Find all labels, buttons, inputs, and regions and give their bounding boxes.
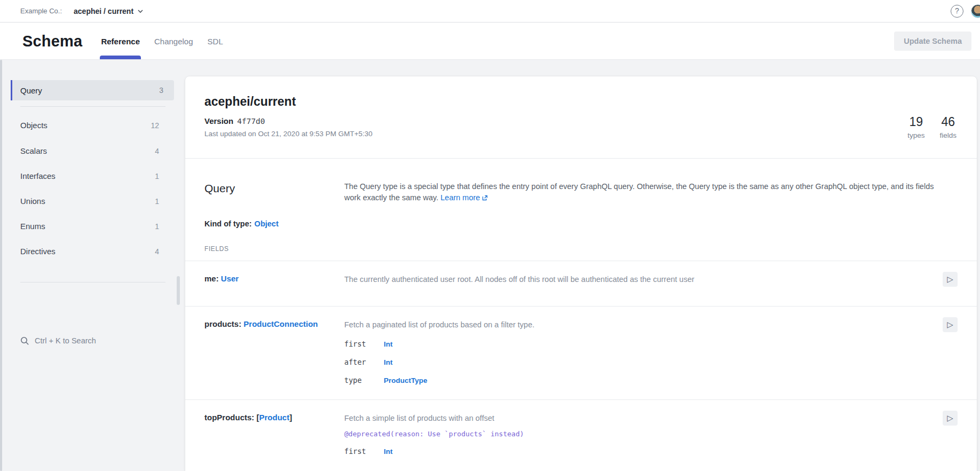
type-title: Query xyxy=(204,181,344,203)
run-query-button[interactable]: ▷ xyxy=(943,272,958,287)
arg-row: after Int xyxy=(344,357,921,367)
search-placeholder: Ctrl + K to Search xyxy=(35,336,96,345)
sidebar-item-label: Interfaces xyxy=(11,171,56,180)
sidebar-item-count: 12 xyxy=(151,121,174,130)
arg-row: first Int xyxy=(344,339,921,349)
topbar-right: ? xyxy=(951,4,980,18)
field-type-link[interactable]: ProductConnection xyxy=(243,319,318,328)
kind-of-type-link[interactable]: Object xyxy=(255,219,279,228)
arg-type-link[interactable]: Int xyxy=(384,358,393,366)
last-updated: Last updated on Oct 21, 2020 at 9:53 PM … xyxy=(204,130,958,138)
field-name: products: ProductConnection xyxy=(204,319,344,393)
graph-title: acephei/current xyxy=(204,95,958,109)
stat-fields-value: 46 xyxy=(939,115,957,129)
field-name: topProducts: [Product] xyxy=(204,413,344,464)
field-type-link[interactable]: Product xyxy=(259,413,290,422)
arg-row: first Int xyxy=(344,446,921,457)
sidebar-divider xyxy=(20,106,165,107)
sidebar-item-label: Unions xyxy=(11,197,45,206)
sidebar-item-count: 4 xyxy=(155,247,174,256)
arg-name: after xyxy=(344,358,374,366)
fields-heading: FIELDS xyxy=(185,228,977,253)
field-name: me: User xyxy=(204,274,344,287)
version-label: Version xyxy=(204,116,233,125)
learn-more-link[interactable]: Learn more xyxy=(440,193,480,202)
sidebar-item-interfaces[interactable]: Interfaces 1 xyxy=(11,163,174,189)
field-args: first Int after Int type ProductType xyxy=(344,339,921,386)
search-input[interactable]: Ctrl + K to Search xyxy=(11,333,174,348)
arg-row: type ProductType xyxy=(344,375,921,386)
avatar[interactable] xyxy=(971,4,980,18)
search-icon xyxy=(20,336,29,346)
page-title: Schema xyxy=(22,33,82,50)
field-actions: ▷ xyxy=(943,413,958,464)
version-value: 4f77d0 xyxy=(237,117,265,125)
arg-name: first xyxy=(344,340,374,348)
sidebar-item-count: 3 xyxy=(159,86,174,95)
tab-changelog[interactable]: Changelog xyxy=(154,23,194,59)
tabs: Reference Changelog SDL xyxy=(100,23,223,59)
type-description-text: The Query type is a special type that de… xyxy=(344,182,934,202)
field-type-link[interactable]: User xyxy=(221,274,239,283)
page-scrollbar-thumb[interactable] xyxy=(0,60,2,471)
schema-reference-panel: acephei/current Version4f77d0 Last updat… xyxy=(185,76,977,471)
field-row-topproducts: topProducts: [Product] Fetch a simple li… xyxy=(185,400,977,471)
sidebar-item-count: 4 xyxy=(155,147,174,155)
graph-summary: acephei/current Version4f77d0 Last updat… xyxy=(185,76,977,159)
sidebar-item-count: 1 xyxy=(155,222,174,231)
tab-reference[interactable]: Reference xyxy=(100,23,140,59)
run-query-button[interactable]: ▷ xyxy=(943,317,958,332)
field-description: Fetch a paginated list of products based… xyxy=(344,319,921,330)
graph-selector[interactable]: acephei / current xyxy=(74,7,143,15)
sidebar-item-objects[interactable]: Objects 12 xyxy=(11,113,174,138)
field-details: Fetch a paginated list of products based… xyxy=(344,319,943,393)
arg-type-link[interactable]: Int xyxy=(384,448,393,456)
tab-reference-label: Reference xyxy=(101,37,140,46)
external-link-icon xyxy=(482,195,488,201)
sidebar-item-label: Enums xyxy=(11,222,45,231)
stat-types-label: types xyxy=(907,131,924,139)
field-description: The currently authenticated user root. A… xyxy=(344,274,921,285)
sidebar-scrollbar-thumb[interactable] xyxy=(177,276,180,305)
arg-name: first xyxy=(344,447,374,456)
help-icon[interactable]: ? xyxy=(951,5,963,18)
sidebar-item-label: Directives xyxy=(11,247,56,256)
tab-changelog-label: Changelog xyxy=(154,37,193,46)
sidebar-item-label: Query xyxy=(12,86,42,95)
arg-type-link[interactable]: Int xyxy=(384,340,393,348)
sidebar-item-unions[interactable]: Unions 1 xyxy=(11,189,174,214)
field-description: Fetch a simple list of products with an … xyxy=(344,413,921,423)
sidebar-divider xyxy=(20,282,165,282)
type-description: The Query type is a special type that de… xyxy=(344,181,958,203)
stat-types: 19 types xyxy=(907,115,924,139)
field-row-me: me: User The currently authenticated use… xyxy=(185,261,977,307)
field-row-products: products: ProductConnection Fetch a pagi… xyxy=(185,307,977,400)
field-actions: ▷ xyxy=(943,319,958,393)
graph-selector-label: acephei / current xyxy=(74,7,133,15)
sidebar-item-count: 1 xyxy=(155,197,174,206)
schema-stats: 19 types 46 fields xyxy=(907,115,957,139)
sidebar-item-label: Objects xyxy=(11,121,48,130)
arg-type-link[interactable]: ProductType xyxy=(384,376,428,384)
top-bar: Example Co.: acephei / current ? xyxy=(0,0,980,22)
play-icon: ▷ xyxy=(947,320,953,329)
kind-of-type-label: Kind of type: xyxy=(204,219,252,228)
run-query-button[interactable]: ▷ xyxy=(943,411,958,426)
deprecated-annotation: @deprecated(reason: Use `products` inste… xyxy=(344,430,921,439)
sidebar-item-scalars[interactable]: Scalars 4 xyxy=(11,138,174,163)
sidebar-item-enums[interactable]: Enums 1 xyxy=(11,214,174,239)
schema-header: Schema Reference Changelog SDL Update Sc… xyxy=(0,23,980,60)
tab-sdl[interactable]: SDL xyxy=(207,23,224,59)
field-details: Fetch a simple list of products with an … xyxy=(344,413,943,464)
play-icon: ▷ xyxy=(947,413,953,422)
sidebar-item-directives[interactable]: Directives 4 xyxy=(11,239,174,264)
field-name-text: me: xyxy=(204,274,221,283)
stat-fields: 46 fields xyxy=(939,115,957,139)
org-label: Example Co.: xyxy=(20,7,62,15)
tab-sdl-label: SDL xyxy=(208,37,223,46)
sidebar-item-query[interactable]: Query 3 xyxy=(11,80,174,100)
update-schema-button[interactable]: Update Schema xyxy=(894,32,971,51)
field-actions: ▷ xyxy=(943,274,958,287)
field-name-text: products: xyxy=(204,319,243,328)
type-section-header: Query The Query type is a special type t… xyxy=(185,159,977,203)
